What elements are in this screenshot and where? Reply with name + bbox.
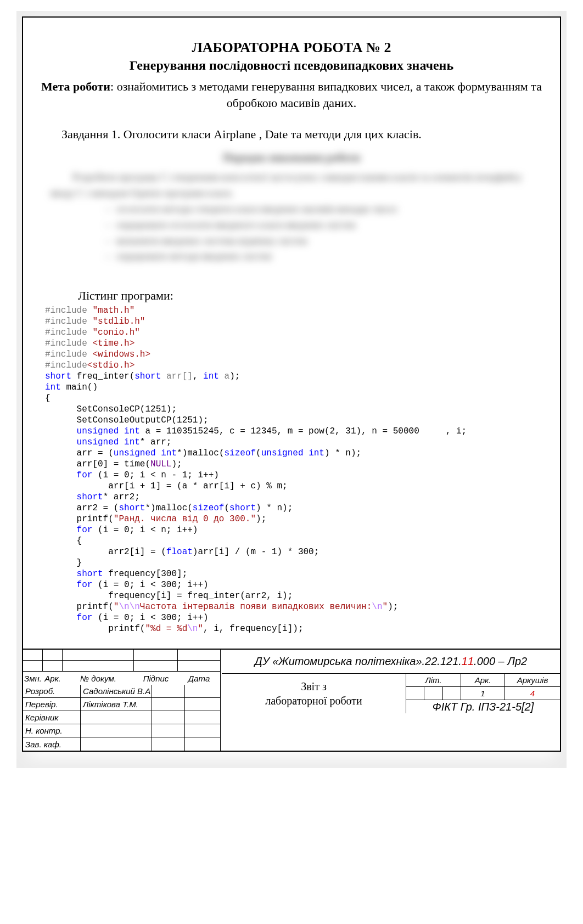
objective-text: : ознайомитись з методами генерування ви… — [110, 80, 542, 110]
lab-subtitle: Генерування послідовності псевдовипадков… — [34, 58, 549, 73]
gost-title-block: Змн. Арк. № докум. Підпис Дата Розроб.Са… — [22, 649, 561, 752]
hdr-ark: Арк. — [43, 672, 63, 685]
doc-code-highlight: 11 — [462, 655, 474, 668]
objective-label: Мета роботи — [41, 80, 110, 93]
doc-code-prefix: ДУ «Житомирська політехніка».22.121. — [255, 655, 462, 668]
document-frame: ЛАБОРАТОРНА РОБОТА № 2 Генерування послі… — [22, 16, 561, 752]
role-dev: Розроб. — [23, 685, 81, 698]
info-arksh-value: 4 — [505, 687, 560, 700]
code-listing: #include "math.h" #include "stdlib.h" #i… — [45, 305, 549, 634]
stamp-right-column: ДУ «Житомирська політехніка».22.121.11.0… — [222, 650, 560, 751]
hdr-date: Дата — [178, 672, 221, 685]
document-content: ЛАБОРАТОРНА РОБОТА № 2 Генерування послі… — [34, 40, 549, 634]
info-arksh-label: Аркушів — [505, 674, 560, 687]
hdr-docnum: № докум. — [63, 672, 134, 685]
stamp-header-row: Змн. Арк. № докум. Підпис Дата — [23, 672, 222, 685]
report-title: Звіт з лабораторної роботи — [222, 674, 406, 713]
page: ЛАБОРАТОРНА РОБОТА № 2 Генерування послі… — [0, 0, 583, 768]
role-head: Зав. каф. — [23, 737, 81, 751]
stamp-revision-rows — [23, 650, 222, 672]
info-lit-value — [406, 687, 461, 700]
role-nctrl: Н. контр. — [23, 724, 81, 737]
role-check-name: Ліктікова Т.М. — [81, 698, 152, 711]
group-code: ФІКТ Гр. ІПЗ-21-5[2] — [406, 700, 560, 713]
doc-code-suffix: .000 – Лр2 — [474, 655, 527, 668]
blurred-preview: Порядок виконання роботи Розробити прогр… — [51, 151, 532, 267]
info-ark-label: Арк. — [461, 674, 505, 687]
document-code: ДУ «Житомирська політехніка».22.121.11.0… — [222, 650, 560, 674]
hdr-sign: Підпис — [134, 672, 178, 685]
task-1: Завдання 1. Оголосити класи Airplane , D… — [40, 127, 543, 142]
hdr-zmn: Змн. — [23, 672, 43, 685]
stamp-left-column: Змн. Арк. № докум. Підпис Дата Розроб.Са… — [23, 650, 222, 751]
role-dev-name: Садолінський В.А — [81, 685, 152, 698]
info-ark-value: 1 — [461, 687, 505, 700]
stamp-roles: Розроб.Садолінський В.А Перевір.Ліктіков… — [23, 685, 222, 751]
lab-title: ЛАБОРАТОРНА РОБОТА № 2 — [34, 40, 549, 56]
role-lead: Керівник — [23, 711, 81, 724]
role-check: Перевір. — [23, 698, 81, 711]
objective-paragraph: Мета роботи: ознайомитись з методами ген… — [40, 78, 543, 111]
info-lit-label: Літ. — [406, 674, 461, 687]
listing-label: Лістинг програми: — [78, 289, 549, 303]
